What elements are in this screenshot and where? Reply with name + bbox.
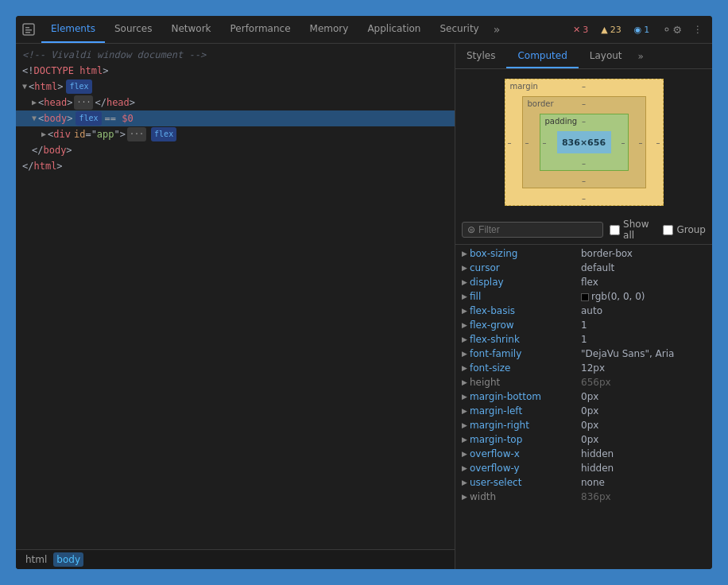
tab-sources[interactable]: Sources <box>105 16 161 43</box>
tree-div-app[interactable]: ▶ <div id="app" > ··· flex <box>16 126 455 142</box>
prop-expand-icon[interactable]: ▶ <box>462 436 470 444</box>
prop-expand-icon[interactable]: ▶ <box>462 350 470 358</box>
prop-expand-icon[interactable]: ▶ <box>462 421 470 429</box>
prop-name[interactable]: flex-grow <box>470 320 573 331</box>
breadcrumb-body[interactable]: body <box>53 552 83 567</box>
breadcrumb-html[interactable]: html <box>22 552 50 567</box>
css-prop-row[interactable]: ▶flex-grow 1 <box>455 318 712 332</box>
css-prop-row[interactable]: ▶margin-right 0px <box>455 418 712 432</box>
prop-name[interactable]: margin-top <box>470 434 573 445</box>
prop-name[interactable]: flex-shrink <box>470 334 573 345</box>
warning-badge[interactable]: ▲ 23 <box>597 23 625 37</box>
prop-expand-icon[interactable]: ▶ <box>462 478 470 486</box>
tree-html-close[interactable]: </html> <box>16 158 455 174</box>
tab-security[interactable]: Security <box>430 16 488 43</box>
css-prop-row[interactable]: ▶overflow-x hidden <box>455 447 712 461</box>
elements-tree[interactable]: <!-- Vivaldi window document --> <!DOCTY… <box>16 44 455 549</box>
prop-expand-icon[interactable]: ▶ <box>462 393 470 401</box>
prop-expand-icon[interactable]: ▶ <box>462 264 470 272</box>
tab-elements[interactable]: Elements <box>41 16 105 43</box>
filter-input[interactable] <box>478 224 598 235</box>
prop-name[interactable]: box-sizing <box>470 248 573 259</box>
css-prop-row[interactable]: ▶margin-left 0px <box>455 404 712 418</box>
tab-performance[interactable]: Performance <box>221 16 300 43</box>
prop-name[interactable]: margin-bottom <box>470 391 573 402</box>
group-checkbox-wrap[interactable]: Group <box>663 224 706 235</box>
prop-name[interactable]: overflow-x <box>470 448 573 459</box>
tree-body[interactable]: ▼ <body> flex == $0 <box>16 110 455 126</box>
css-prop-row[interactable]: ▶font-size 12px <box>455 361 712 375</box>
css-prop-row[interactable]: ▶overflow-y hidden <box>455 461 712 475</box>
css-prop-row[interactable]: ▶margin-top 0px <box>455 432 712 447</box>
css-prop-row[interactable]: ▶height 656px <box>455 375 712 389</box>
breadcrumb: html body <box>16 549 455 569</box>
error-badge[interactable]: ✕ 3 <box>569 23 592 37</box>
css-prop-row[interactable]: ▶display flex <box>455 275 712 289</box>
prop-expand-icon[interactable]: ▶ <box>462 335 470 343</box>
css-prop-row[interactable]: ▶cursor default <box>455 261 712 275</box>
css-properties-list[interactable]: ▶box-sizing border-box▶cursor default▶di… <box>455 245 712 569</box>
warning-icon: ▲ <box>601 25 607 35</box>
prop-name[interactable]: display <box>470 277 573 288</box>
css-prop-row[interactable]: ▶user-select none <box>455 475 712 490</box>
app-expand[interactable]: ··· <box>127 127 146 141</box>
tree-head[interactable]: ▶ <head> ··· </head> <box>16 95 455 110</box>
right-tab-more[interactable]: » <box>633 51 649 62</box>
border-top-value: – <box>582 99 586 108</box>
prop-name[interactable]: fill <box>470 291 573 302</box>
css-prop-row[interactable]: ▶fill rgb(0, 0, 0) <box>455 289 712 304</box>
prop-expand-icon[interactable]: ▶ <box>462 292 470 300</box>
css-prop-row[interactable]: ▶box-sizing border-box <box>455 246 712 261</box>
flex-badge: flex <box>66 79 91 94</box>
prop-expand-icon[interactable]: ▶ <box>462 407 470 415</box>
more-tabs-button[interactable]: » <box>489 23 505 36</box>
css-prop-row[interactable]: ▶width 836px <box>455 490 712 504</box>
prop-expand-icon[interactable]: ▶ <box>462 321 470 329</box>
right-tab-layout[interactable]: Layout <box>579 44 633 68</box>
prop-expand-icon[interactable]: ▶ <box>462 278 470 286</box>
group-checkbox[interactable] <box>663 225 673 235</box>
css-prop-row[interactable]: ▶font-family "DejaVu Sans", Aria <box>455 347 712 361</box>
prop-expand-icon[interactable]: ▶ <box>462 450 470 458</box>
prop-name[interactable]: margin-left <box>470 405 573 416</box>
tree-body-close[interactable]: </body> <box>16 142 455 158</box>
prop-value: hidden <box>581 463 706 474</box>
tab-network[interactable]: Network <box>161 16 220 43</box>
prop-name[interactable]: user-select <box>470 477 573 488</box>
more-options-button[interactable]: ⋮ <box>690 21 706 38</box>
prop-expand-icon[interactable]: ▶ <box>462 378 470 386</box>
css-prop-row[interactable]: ▶flex-shrink 1 <box>455 332 712 347</box>
prop-expand-icon[interactable]: ▶ <box>462 250 470 258</box>
filter-input-wrap: ⊜ <box>462 222 603 238</box>
show-all-checkbox-wrap[interactable]: Show all <box>610 219 656 241</box>
prop-name[interactable]: font-size <box>470 362 573 374</box>
prop-name[interactable]: font-family <box>470 348 573 359</box>
css-prop-row[interactable]: ▶margin-bottom 0px <box>455 389 712 404</box>
prop-name[interactable]: width <box>470 491 573 502</box>
prop-name[interactable]: height <box>470 377 573 388</box>
tab-application[interactable]: Application <box>358 16 430 43</box>
prop-expand-icon[interactable]: ▶ <box>462 307 470 315</box>
css-prop-row[interactable]: ▶flex-basis auto <box>455 304 712 318</box>
prop-name[interactable]: overflow-y <box>470 463 573 474</box>
tree-comment[interactable]: <!-- Vivaldi window document --> <box>16 47 455 63</box>
prop-expand-icon[interactable]: ▶ <box>462 464 470 472</box>
right-tab-styles[interactable]: Styles <box>455 44 506 68</box>
prop-value: 1 <box>581 320 706 331</box>
devtools-window: Elements Sources Network Performance Mem… <box>16 16 712 569</box>
prop-name[interactable]: flex-basis <box>470 305 573 316</box>
content-box: 836×656 <box>557 131 611 153</box>
show-all-checkbox[interactable] <box>610 225 620 235</box>
settings-button[interactable]: ⚙ <box>658 21 685 39</box>
prop-name[interactable]: cursor <box>470 262 573 273</box>
tab-memory[interactable]: Memory <box>300 16 358 43</box>
tree-html[interactable]: ▼ <html> flex <box>16 79 455 95</box>
prop-name[interactable]: margin-right <box>470 420 573 431</box>
prop-expand-icon[interactable]: ▶ <box>462 493 470 501</box>
right-tab-computed[interactable]: Computed <box>506 44 578 68</box>
info-badge[interactable]: ◉ 1 <box>630 23 654 37</box>
head-expand[interactable]: ··· <box>74 95 93 110</box>
prop-value: hidden <box>581 448 706 459</box>
tree-doctype[interactable]: <!DOCTYPE html> <box>16 63 455 79</box>
prop-expand-icon[interactable]: ▶ <box>462 364 470 372</box>
